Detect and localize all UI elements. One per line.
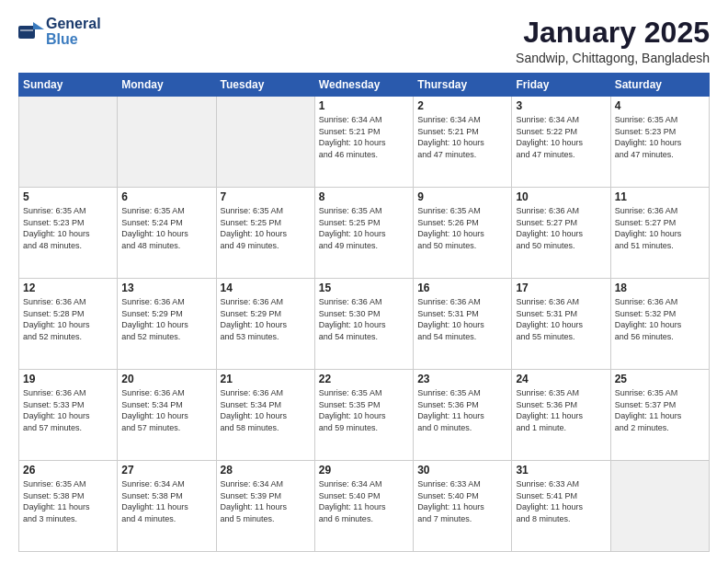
calendar-cell: 14Sunrise: 6:36 AM Sunset: 5:29 PM Dayli… xyxy=(216,279,314,370)
day-number: 10 xyxy=(516,190,606,203)
calendar-cell: 6Sunrise: 6:35 AM Sunset: 5:24 PM Daylig… xyxy=(118,188,216,279)
day-number: 13 xyxy=(121,282,211,294)
day-info: Sunrise: 6:35 AM Sunset: 5:37 PM Dayligh… xyxy=(615,387,705,433)
calendar-cell: 11Sunrise: 6:36 AM Sunset: 5:27 PM Dayli… xyxy=(610,188,709,279)
day-number: 6 xyxy=(121,190,211,203)
day-number: 26 xyxy=(23,464,113,477)
logo-blue: Blue xyxy=(46,32,101,48)
week-row-1: 5Sunrise: 6:35 AM Sunset: 5:23 PM Daylig… xyxy=(19,188,710,279)
day-info: Sunrise: 6:33 AM Sunset: 5:40 PM Dayligh… xyxy=(417,478,507,524)
calendar-cell: 15Sunrise: 6:36 AM Sunset: 5:30 PM Dayli… xyxy=(314,279,413,370)
svg-marker-1 xyxy=(33,22,44,29)
day-info: Sunrise: 6:35 AM Sunset: 5:26 PM Dayligh… xyxy=(417,205,507,251)
header-saturday: Saturday xyxy=(610,74,709,97)
day-info: Sunrise: 6:35 AM Sunset: 5:24 PM Dayligh… xyxy=(121,205,211,251)
day-info: Sunrise: 6:34 AM Sunset: 5:22 PM Dayligh… xyxy=(516,114,606,160)
day-info: Sunrise: 6:34 AM Sunset: 5:21 PM Dayligh… xyxy=(319,114,409,160)
day-number: 16 xyxy=(417,282,507,294)
day-info: Sunrise: 6:34 AM Sunset: 5:40 PM Dayligh… xyxy=(319,478,409,524)
day-number: 28 xyxy=(221,464,311,477)
day-number: 20 xyxy=(121,373,211,385)
month-title: January 2025 xyxy=(516,17,710,49)
day-number: 18 xyxy=(615,282,705,294)
week-row-4: 26Sunrise: 6:35 AM Sunset: 5:38 PM Dayli… xyxy=(19,461,710,552)
svg-rect-2 xyxy=(20,29,33,31)
day-info: Sunrise: 6:36 AM Sunset: 5:30 PM Dayligh… xyxy=(319,296,409,342)
day-number: 1 xyxy=(319,99,409,112)
week-row-2: 12Sunrise: 6:36 AM Sunset: 5:28 PM Dayli… xyxy=(19,279,710,370)
week-row-3: 19Sunrise: 6:36 AM Sunset: 5:33 PM Dayli… xyxy=(19,370,710,461)
day-info: Sunrise: 6:35 AM Sunset: 5:38 PM Dayligh… xyxy=(23,478,113,524)
calendar-cell: 28Sunrise: 6:34 AM Sunset: 5:39 PM Dayli… xyxy=(216,461,314,552)
week-row-0: 1Sunrise: 6:34 AM Sunset: 5:21 PM Daylig… xyxy=(19,97,710,188)
location: Sandwip, Chittagong, Bangladesh xyxy=(516,51,710,65)
day-number: 12 xyxy=(23,282,113,294)
day-info: Sunrise: 6:35 AM Sunset: 5:36 PM Dayligh… xyxy=(417,387,507,433)
calendar-cell xyxy=(610,461,709,552)
day-info: Sunrise: 6:36 AM Sunset: 5:31 PM Dayligh… xyxy=(417,296,507,342)
day-number: 15 xyxy=(319,282,409,294)
calendar-cell: 16Sunrise: 6:36 AM Sunset: 5:31 PM Dayli… xyxy=(414,279,512,370)
day-info: Sunrise: 6:35 AM Sunset: 5:35 PM Dayligh… xyxy=(319,387,409,433)
calendar-cell: 24Sunrise: 6:35 AM Sunset: 5:36 PM Dayli… xyxy=(512,370,610,461)
day-number: 22 xyxy=(319,373,409,385)
calendar-cell: 5Sunrise: 6:35 AM Sunset: 5:23 PM Daylig… xyxy=(19,188,118,279)
calendar-cell: 10Sunrise: 6:36 AM Sunset: 5:27 PM Dayli… xyxy=(512,188,610,279)
day-info: Sunrise: 6:35 AM Sunset: 5:36 PM Dayligh… xyxy=(516,387,606,433)
day-number: 14 xyxy=(221,282,311,294)
day-number: 24 xyxy=(516,373,606,385)
day-number: 5 xyxy=(23,190,113,203)
day-info: Sunrise: 6:36 AM Sunset: 5:27 PM Dayligh… xyxy=(516,205,606,251)
calendar-cell: 20Sunrise: 6:36 AM Sunset: 5:34 PM Dayli… xyxy=(118,370,216,461)
calendar-cell: 26Sunrise: 6:35 AM Sunset: 5:38 PM Dayli… xyxy=(19,461,118,552)
calendar-cell: 7Sunrise: 6:35 AM Sunset: 5:25 PM Daylig… xyxy=(216,188,314,279)
calendar-cell: 29Sunrise: 6:34 AM Sunset: 5:40 PM Dayli… xyxy=(314,461,413,552)
day-info: Sunrise: 6:36 AM Sunset: 5:34 PM Dayligh… xyxy=(221,387,311,433)
calendar-cell: 18Sunrise: 6:36 AM Sunset: 5:32 PM Dayli… xyxy=(610,279,709,370)
day-info: Sunrise: 6:35 AM Sunset: 5:23 PM Dayligh… xyxy=(23,205,113,251)
calendar-cell: 19Sunrise: 6:36 AM Sunset: 5:33 PM Dayli… xyxy=(19,370,118,461)
logo-icon xyxy=(18,22,44,42)
day-number: 29 xyxy=(319,464,409,477)
header-friday: Friday xyxy=(512,74,610,97)
calendar-cell: 2Sunrise: 6:34 AM Sunset: 5:21 PM Daylig… xyxy=(414,97,512,188)
day-info: Sunrise: 6:36 AM Sunset: 5:33 PM Dayligh… xyxy=(23,387,113,433)
calendar-cell xyxy=(19,97,118,188)
day-number: 23 xyxy=(417,373,507,385)
day-number: 7 xyxy=(221,190,311,203)
day-number: 21 xyxy=(221,373,311,385)
calendar-cell xyxy=(216,97,314,188)
day-number: 25 xyxy=(615,373,705,385)
header-sunday: Sunday xyxy=(19,74,118,97)
calendar-table: Sunday Monday Tuesday Wednesday Thursday… xyxy=(18,73,710,552)
day-number: 2 xyxy=(417,99,507,112)
calendar-cell: 1Sunrise: 6:34 AM Sunset: 5:21 PM Daylig… xyxy=(314,97,413,188)
day-info: Sunrise: 6:36 AM Sunset: 5:28 PM Dayligh… xyxy=(23,296,113,342)
header-tuesday: Tuesday xyxy=(216,74,314,97)
day-number: 4 xyxy=(615,99,705,112)
day-info: Sunrise: 6:36 AM Sunset: 5:31 PM Dayligh… xyxy=(516,296,606,342)
day-info: Sunrise: 6:36 AM Sunset: 5:34 PM Dayligh… xyxy=(121,387,211,433)
calendar-cell: 4Sunrise: 6:35 AM Sunset: 5:23 PM Daylig… xyxy=(610,97,709,188)
calendar-cell: 22Sunrise: 6:35 AM Sunset: 5:35 PM Dayli… xyxy=(314,370,413,461)
day-info: Sunrise: 6:35 AM Sunset: 5:23 PM Dayligh… xyxy=(615,114,705,160)
day-number: 17 xyxy=(516,282,606,294)
calendar-cell: 13Sunrise: 6:36 AM Sunset: 5:29 PM Dayli… xyxy=(118,279,216,370)
title-section: January 2025 Sandwip, Chittagong, Bangla… xyxy=(516,17,710,65)
day-info: Sunrise: 6:34 AM Sunset: 5:38 PM Dayligh… xyxy=(121,478,211,524)
day-info: Sunrise: 6:36 AM Sunset: 5:29 PM Dayligh… xyxy=(221,296,311,342)
day-number: 8 xyxy=(319,190,409,203)
day-number: 11 xyxy=(615,190,705,203)
header: General Blue January 2025 Sandwip, Chitt… xyxy=(18,17,710,65)
calendar-cell: 21Sunrise: 6:36 AM Sunset: 5:34 PM Dayli… xyxy=(216,370,314,461)
calendar-cell: 12Sunrise: 6:36 AM Sunset: 5:28 PM Dayli… xyxy=(19,279,118,370)
day-number: 9 xyxy=(417,190,507,203)
day-info: Sunrise: 6:33 AM Sunset: 5:41 PM Dayligh… xyxy=(516,478,606,524)
header-wednesday: Wednesday xyxy=(314,74,413,97)
header-monday: Monday xyxy=(118,74,216,97)
calendar-cell: 9Sunrise: 6:35 AM Sunset: 5:26 PM Daylig… xyxy=(414,188,512,279)
calendar-cell: 23Sunrise: 6:35 AM Sunset: 5:36 PM Dayli… xyxy=(414,370,512,461)
logo-general: General xyxy=(46,17,101,32)
calendar-cell: 3Sunrise: 6:34 AM Sunset: 5:22 PM Daylig… xyxy=(512,97,610,188)
calendar-cell: 27Sunrise: 6:34 AM Sunset: 5:38 PM Dayli… xyxy=(118,461,216,552)
